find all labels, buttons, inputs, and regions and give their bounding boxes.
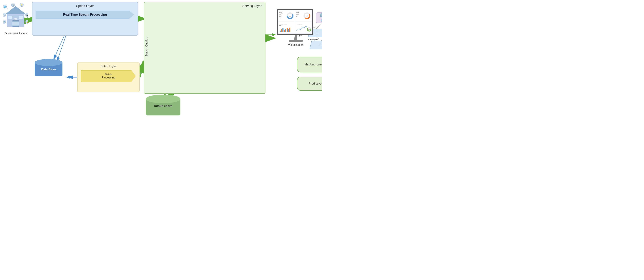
svg-text:🌐: 🌐 [4,6,6,8]
screen-cell-tr: -25% Change 44 44% [295,10,312,22]
svg-text:🔧: 🔧 [4,14,5,16]
predictive-analytics-box: Predictive Analytics [297,77,322,91]
result-store-label: Result Store [146,104,180,108]
screen-cell-br: Performance 72% [295,22,312,33]
svg-rect-89 [280,31,281,32]
ml-models-text: Machine Learning Models [304,63,322,67]
svg-rect-93 [285,29,286,32]
monitor-screen: 3,069 Total 542 Active 65% [277,9,313,35]
search-queries-text: Search Queries [145,37,148,56]
screen-cell-bl: Revenue Growth 3,111 [278,22,295,33]
batch-processing-text: BatchProcessing [85,73,132,79]
monitor-stand [293,35,298,40]
svg-rect-94 [286,28,288,32]
svg-text:📷: 📷 [26,14,28,16]
sensors-actuators-section: SMART HOUSE 🌐 📡 💡 🔧 ⚙️ 📷 🔒 [2,4,30,35]
search-queries-section: Search Queries [142,14,151,80]
data-store-label: Data Store [35,68,62,71]
cylinder-top [35,59,62,66]
result-cylinder: Result Store [146,95,180,115]
predictive-analytics-text: Predictive Analytics [309,82,322,85]
svg-text:📡: 📡 [12,4,14,6]
svg-rect-95 [288,29,289,32]
svg-text:3,069: 3,069 [279,12,282,13]
sensors-label: Sensors & Actuators [2,32,30,35]
svg-text:⚙️: ⚙️ [320,13,322,18]
svg-text:Total: Total [279,14,281,15]
svg-text:⚙️: ⚙️ [4,21,5,23]
data-store-section: Data Store [35,59,62,76]
svg-text:Active: Active [279,18,282,19]
svg-rect-91 [282,28,284,32]
svg-text:· · · · · · ·: · · · · · · · [319,45,322,46]
svg-line-44 [19,7,20,8]
data-store-cylinder: Data Store [35,59,62,76]
svg-marker-20 [5,6,26,14]
svg-text:-25%: -25% [296,12,299,13]
serving-layer-title: Serving Layer [144,2,265,8]
svg-line-42 [6,7,8,10]
serving-layer-box: Serving Layer ⚙️ Train ⚙️ ⚙️ ⚙️ Split [144,2,266,94]
svg-text:72%: 72% [308,29,310,30]
screen-cell-tl: 3,069 Total 542 Active 65% [278,10,295,22]
batch-processing-box: BatchProcessing [81,70,136,82]
svg-rect-22 [8,16,12,19]
svg-rect-90 [281,29,282,32]
result-store-section: Result Store [146,95,180,115]
svg-line-11 [57,36,66,61]
svg-text:44: 44 [296,16,297,17]
visualisation-label: Visualisation [274,43,318,47]
svg-text:HOUSE: HOUSE [14,19,17,20]
speed-layer-box: Speed Layer Real Time Stream Processing [32,2,138,36]
svg-text:65%: 65% [289,16,291,17]
svg-text:Revenue Growth: Revenue Growth [279,24,287,25]
visualisation-section: 3,069 Total 542 Active 65% [274,9,318,47]
smart-house-icon: SMART HOUSE 🌐 📡 💡 🔧 ⚙️ 📷 🔒 [4,4,28,30]
svg-rect-96 [290,28,290,32]
batch-layer-box: Batch Layer BatchProcessing [77,63,140,92]
speed-layer-title: Speed Layer [32,2,138,9]
real-time-text: Real Time Stream Processing [40,13,130,17]
svg-text:Performance: Performance [296,24,302,25]
svg-text:44%: 44% [306,16,308,17]
svg-rect-92 [284,30,285,32]
svg-text:SMART: SMART [14,18,18,19]
svg-text:· · · · · · ·: · · · · · · · [319,42,322,44]
svg-line-47 [24,15,26,15]
svg-text:⚙️: ⚙️ [320,19,322,22]
ml-models-box: Machine Learning Models [297,57,322,72]
monitor-base [289,40,303,42]
svg-text:3,111: 3,111 [279,25,282,26]
diagram-container: SMART HOUSE 🌐 📡 💡 🔧 ⚙️ 📷 🔒 [0,0,322,140]
result-cylinder-top [146,95,180,103]
svg-text:542: 542 [279,16,281,17]
svg-text:Change: Change [296,14,299,15]
svg-line-72 [322,23,322,29]
svg-rect-23 [19,16,23,19]
monitor-container: 3,069 Total 542 Active 65% [277,9,315,42]
monitor-screen-inner: 3,069 Total 542 Active 65% [278,10,312,34]
svg-line-45 [6,15,7,15]
real-time-box: Real Time Stream Processing [36,11,134,19]
svg-text:💡: 💡 [21,4,23,6]
batch-layer-title: Batch Layer [78,63,139,69]
svg-text:🔒: 🔒 [26,21,28,23]
svg-rect-27 [12,22,19,26]
